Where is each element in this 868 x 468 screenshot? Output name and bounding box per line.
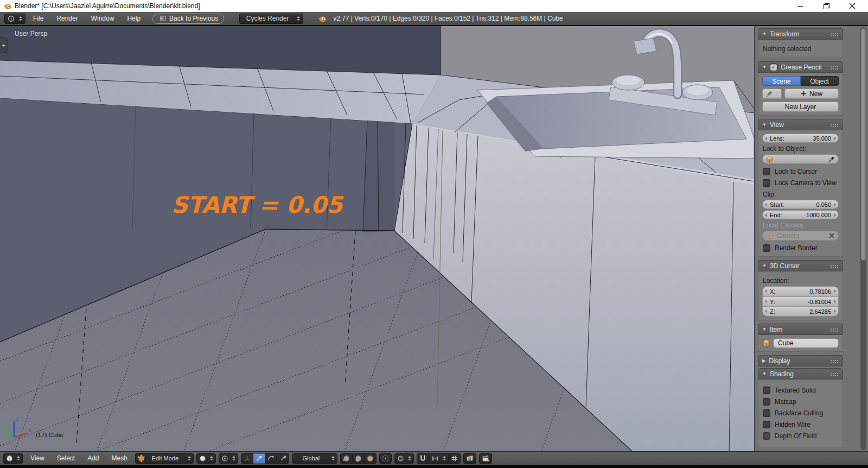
panel-header-item[interactable]: ▼ Item (758, 324, 843, 335)
textured-solid-row[interactable]: Textured Solid (763, 387, 838, 394)
limit-selection-visible-button[interactable] (379, 453, 392, 464)
overlay-start-text: START = 0.05 (171, 192, 344, 218)
lens-label: Lens: (770, 135, 784, 142)
panel-header-display[interactable]: ▶ Display (758, 355, 843, 366)
gp-new-layer-button[interactable]: New Layer (762, 102, 839, 112)
manipulator-toggle-button[interactable] (241, 453, 253, 464)
lock-object-field[interactable] (762, 154, 839, 164)
sidebar-scrollbar[interactable] (860, 27, 866, 450)
close-button[interactable] (848, 2, 856, 10)
textured-solid-checkbox[interactable] (763, 387, 770, 394)
editor-type-selector-3d[interactable] (3, 453, 23, 464)
sidebar-scrollbar-thumb[interactable] (861, 28, 866, 261)
pivot-point-select[interactable] (219, 453, 238, 464)
orientation-select[interactable]: Global (292, 453, 337, 464)
rotate-manipulator-button[interactable] (265, 453, 277, 464)
cursor-x-slider[interactable]: X: 0.78106 (763, 287, 838, 296)
collapse-triangle-icon: ▼ (762, 263, 767, 268)
eyedropper-icon[interactable] (828, 156, 835, 163)
local-camera-field[interactable]: Camera (762, 231, 839, 241)
render-opengl-still-button[interactable] (463, 453, 476, 464)
back-to-previous-label: Back to Previous (169, 15, 218, 22)
toolshelf-expand-tab[interactable]: + (0, 37, 8, 53)
menu-select[interactable]: Select (52, 454, 80, 462)
dropdown-arrows (232, 456, 235, 460)
render-border-row[interactable]: Render Border (763, 244, 838, 252)
collapse-triangle-icon: ▶ (762, 358, 765, 363)
cursor-z-slider[interactable]: Z: 2.64285 (763, 306, 838, 316)
matcap-row[interactable]: Matcap (763, 398, 838, 406)
collapse-triangle-icon: ▼ (762, 327, 767, 332)
lens-slider[interactable]: Lens: 35.000 (762, 134, 839, 143)
camera-render-icon (466, 455, 474, 462)
mode-select[interactable]: Edit Mode (135, 453, 194, 464)
snap-toggle-button[interactable] (417, 453, 429, 464)
item-name-field[interactable]: Cube (773, 338, 839, 348)
panel-grip-icon[interactable] (830, 328, 839, 332)
restore-button[interactable] (822, 2, 830, 10)
panel-grip-icon[interactable] (830, 33, 839, 36)
clip-start-slider[interactable]: Start: 0.050 (762, 200, 839, 209)
menu-file[interactable]: File (28, 12, 49, 24)
scale-manipulator-button[interactable] (277, 453, 289, 464)
minimize-button[interactable] (796, 2, 804, 10)
snap-element-select[interactable] (429, 453, 449, 464)
gp-tab-scene[interactable]: Scene (762, 76, 801, 86)
menu-help[interactable]: Help (122, 12, 146, 24)
matcap-checkbox[interactable] (763, 398, 770, 406)
translate-manipulator-button[interactable] (253, 453, 265, 464)
lock-camera-checkbox[interactable] (763, 179, 770, 187)
clip-end-slider[interactable]: End: 1000.000 (762, 210, 839, 219)
snap-target-button[interactable] (449, 453, 461, 464)
gp-new-button[interactable]: New (784, 88, 839, 99)
lock-to-cursor-row[interactable]: Lock to Cursor (763, 168, 838, 175)
hidden-wire-checkbox[interactable] (763, 421, 770, 428)
proportional-edit-select[interactable] (394, 453, 414, 464)
menu-view[interactable]: View (25, 454, 49, 462)
panel-grip-icon[interactable] (830, 372, 839, 376)
panel-grip-icon[interactable] (830, 264, 839, 268)
edge-select-button[interactable] (353, 453, 365, 464)
face-select-button[interactable] (365, 453, 376, 464)
gp-tab-object[interactable]: Object (801, 76, 839, 86)
lock-to-cursor-checkbox[interactable] (763, 168, 770, 175)
gp-datablock-button[interactable] (762, 88, 782, 99)
menu-mesh[interactable]: Mesh (107, 454, 132, 462)
lock-to-object-label: Lock to Object: (763, 145, 838, 153)
render-engine-select[interactable]: Cycles Render (239, 14, 303, 24)
depth-of-field-row[interactable]: Depth Of Field (763, 432, 838, 440)
render-opengl-anim-button[interactable] (479, 453, 492, 464)
menu-window[interactable]: Window (86, 12, 120, 24)
panel-header-transform[interactable]: ▼ Transform (758, 28, 843, 40)
viewport-shading-select[interactable] (196, 453, 216, 464)
panel-header-grease-pencil[interactable]: ▼ ✓ Grease Pencil (758, 61, 843, 73)
clear-x-icon[interactable] (828, 232, 835, 239)
hidden-wire-row[interactable]: Hidden Wire (763, 421, 838, 428)
editor-type-selector[interactable] (4, 14, 25, 24)
cursor-y-slider[interactable]: Y: -0.81004 (763, 296, 838, 306)
panel-header-3d-cursor[interactable]: ▼ 3D Cursor (758, 260, 843, 271)
grease-pencil-checkbox[interactable]: ✓ (770, 64, 777, 71)
panel-title: Grease Pencil (781, 64, 821, 71)
panel-grip-icon[interactable] (830, 66, 839, 69)
backface-culling-row[interactable]: Backface Culling (763, 409, 838, 417)
panel-header-view[interactable]: ▼ View (758, 119, 843, 130)
backface-culling-checkbox[interactable] (763, 409, 770, 417)
render-border-checkbox[interactable] (763, 244, 770, 252)
viewport-3d[interactable]: START = 0.05 z y x (17) Cube User Persp … (0, 26, 754, 451)
mode-label: Edit Mode (146, 455, 184, 461)
depth-of-field-checkbox[interactable] (763, 432, 770, 440)
panel-grip-icon[interactable] (830, 123, 839, 127)
menu-add[interactable]: Add (82, 454, 104, 462)
panel-header-shading[interactable]: ▼ Shading (758, 368, 843, 380)
lock-camera-row[interactable]: Lock Camera to View (763, 179, 838, 187)
back-to-previous-button[interactable]: Back to Previous (152, 14, 224, 24)
slider-right-arrow[interactable] (834, 137, 836, 140)
panel-grip-icon[interactable] (830, 359, 839, 363)
menu-render[interactable]: Render (51, 12, 83, 24)
backface-culling-label: Backface Culling (775, 409, 823, 417)
slider-left-arrow[interactable] (765, 137, 767, 140)
vertex-select-button[interactable] (340, 453, 353, 464)
panel-title: 3D Cursor (770, 262, 800, 270)
viewport-canvas[interactable]: START = 0.05 z y x (17) Cube (0, 26, 754, 451)
